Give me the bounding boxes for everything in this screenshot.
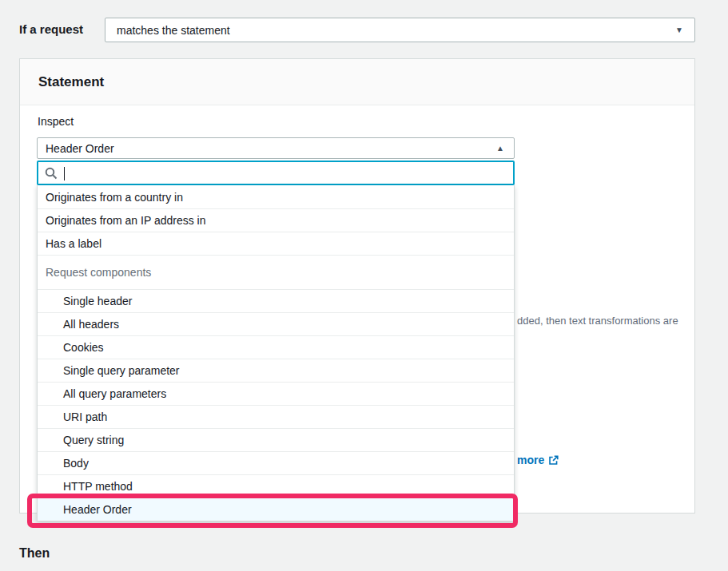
learn-more-link[interactable]: more [517, 454, 559, 466]
dropdown-option[interactable]: URI path [38, 405, 514, 428]
dropdown-option[interactable]: Originates from a country in [38, 185, 514, 208]
dropdown-option[interactable]: Body [38, 451, 514, 474]
dropdown-option[interactable]: All headers [38, 312, 514, 335]
dropdown-option[interactable]: Single query parameter [38, 359, 514, 382]
inspect-dropdown-trigger[interactable]: Header Order ▲ [37, 137, 515, 159]
inspect-label: Inspect [38, 115, 74, 128]
statement-panel-title: Statement [38, 74, 104, 90]
dropdown-option[interactable]: All query parameters [38, 382, 514, 405]
text-transformations-help-text: dded, then text transformations are [517, 314, 693, 327]
dropdown-search-input[interactable] [62, 167, 507, 180]
dropdown-option[interactable]: Query string [38, 428, 514, 451]
waf-rule-builder: If a request matches the statement ▼ Sta… [0, 0, 728, 571]
statement-panel-header: Statement [20, 59, 694, 105]
inspect-dropdown-search[interactable] [37, 161, 515, 185]
dropdown-option[interactable]: Originates from an IP address in [38, 208, 514, 232]
if-a-request-label: If a request [19, 22, 83, 36]
external-link-icon [548, 455, 559, 466]
learn-more-link-label: more [517, 454, 544, 466]
inspect-dropdown-value: Header Order [46, 142, 496, 155]
search-icon [45, 167, 58, 180]
dropdown-option[interactable]: Single header [38, 289, 514, 312]
then-heading: Then [19, 546, 50, 561]
caret-down-icon: ▼ [675, 26, 683, 34]
dropdown-option[interactable]: Has a label [38, 232, 514, 255]
dropdown-option[interactable]: Cookies [38, 335, 514, 359]
dropdown-option[interactable]: Header Order [38, 498, 514, 521]
dropdown-group-label: Request components [38, 255, 514, 289]
dropdown-option[interactable]: HTTP method [38, 474, 514, 498]
text-cursor [64, 167, 65, 180]
request-match-select-value: matches the statement [117, 24, 675, 37]
caret-up-icon: ▲ [496, 145, 504, 153]
dropdown-options-list: Originates from a country inOriginates f… [37, 185, 515, 521]
request-match-select[interactable]: matches the statement ▼ [105, 18, 695, 42]
